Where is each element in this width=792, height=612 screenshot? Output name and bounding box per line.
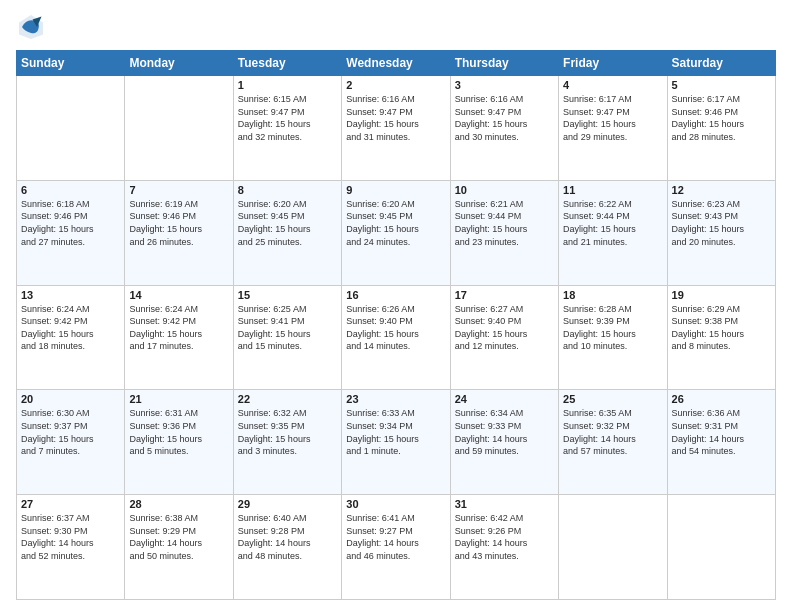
day-of-week-header: Wednesday — [342, 51, 450, 76]
calendar-cell: 20Sunrise: 6:30 AM Sunset: 9:37 PM Dayli… — [17, 390, 125, 495]
day-number: 25 — [563, 393, 662, 405]
day-number: 11 — [563, 184, 662, 196]
day-info: Sunrise: 6:16 AM Sunset: 9:47 PM Dayligh… — [346, 93, 445, 143]
day-info: Sunrise: 6:29 AM Sunset: 9:38 PM Dayligh… — [672, 303, 771, 353]
day-number: 30 — [346, 498, 445, 510]
day-info: Sunrise: 6:24 AM Sunset: 9:42 PM Dayligh… — [129, 303, 228, 353]
calendar-cell: 28Sunrise: 6:38 AM Sunset: 9:29 PM Dayli… — [125, 495, 233, 600]
calendar-cell: 12Sunrise: 6:23 AM Sunset: 9:43 PM Dayli… — [667, 180, 775, 285]
day-number: 3 — [455, 79, 554, 91]
day-number: 20 — [21, 393, 120, 405]
day-info: Sunrise: 6:25 AM Sunset: 9:41 PM Dayligh… — [238, 303, 337, 353]
day-number: 24 — [455, 393, 554, 405]
logo — [16, 12, 50, 42]
calendar-cell: 26Sunrise: 6:36 AM Sunset: 9:31 PM Dayli… — [667, 390, 775, 495]
calendar-cell: 10Sunrise: 6:21 AM Sunset: 9:44 PM Dayli… — [450, 180, 558, 285]
day-number: 29 — [238, 498, 337, 510]
day-info: Sunrise: 6:32 AM Sunset: 9:35 PM Dayligh… — [238, 407, 337, 457]
calendar-week-row: 20Sunrise: 6:30 AM Sunset: 9:37 PM Dayli… — [17, 390, 776, 495]
logo-icon — [16, 12, 46, 42]
header — [16, 12, 776, 42]
day-info: Sunrise: 6:26 AM Sunset: 9:40 PM Dayligh… — [346, 303, 445, 353]
calendar-header-row: SundayMondayTuesdayWednesdayThursdayFrid… — [17, 51, 776, 76]
page: SundayMondayTuesdayWednesdayThursdayFrid… — [0, 0, 792, 612]
calendar-cell: 2Sunrise: 6:16 AM Sunset: 9:47 PM Daylig… — [342, 76, 450, 181]
day-info: Sunrise: 6:23 AM Sunset: 9:43 PM Dayligh… — [672, 198, 771, 248]
day-number: 4 — [563, 79, 662, 91]
calendar-week-row: 1Sunrise: 6:15 AM Sunset: 9:47 PM Daylig… — [17, 76, 776, 181]
day-info: Sunrise: 6:40 AM Sunset: 9:28 PM Dayligh… — [238, 512, 337, 562]
day-info: Sunrise: 6:27 AM Sunset: 9:40 PM Dayligh… — [455, 303, 554, 353]
day-number: 18 — [563, 289, 662, 301]
day-number: 28 — [129, 498, 228, 510]
day-info: Sunrise: 6:17 AM Sunset: 9:46 PM Dayligh… — [672, 93, 771, 143]
day-info: Sunrise: 6:18 AM Sunset: 9:46 PM Dayligh… — [21, 198, 120, 248]
day-number: 1 — [238, 79, 337, 91]
day-number: 31 — [455, 498, 554, 510]
calendar-cell: 11Sunrise: 6:22 AM Sunset: 9:44 PM Dayli… — [559, 180, 667, 285]
calendar-cell: 3Sunrise: 6:16 AM Sunset: 9:47 PM Daylig… — [450, 76, 558, 181]
calendar-cell: 16Sunrise: 6:26 AM Sunset: 9:40 PM Dayli… — [342, 285, 450, 390]
day-number: 15 — [238, 289, 337, 301]
day-number: 16 — [346, 289, 445, 301]
day-info: Sunrise: 6:22 AM Sunset: 9:44 PM Dayligh… — [563, 198, 662, 248]
day-of-week-header: Friday — [559, 51, 667, 76]
day-number: 9 — [346, 184, 445, 196]
day-number: 12 — [672, 184, 771, 196]
day-number: 2 — [346, 79, 445, 91]
day-number: 22 — [238, 393, 337, 405]
calendar-cell: 1Sunrise: 6:15 AM Sunset: 9:47 PM Daylig… — [233, 76, 341, 181]
day-number: 19 — [672, 289, 771, 301]
day-info: Sunrise: 6:24 AM Sunset: 9:42 PM Dayligh… — [21, 303, 120, 353]
calendar-cell: 7Sunrise: 6:19 AM Sunset: 9:46 PM Daylig… — [125, 180, 233, 285]
calendar-week-row: 13Sunrise: 6:24 AM Sunset: 9:42 PM Dayli… — [17, 285, 776, 390]
day-of-week-header: Thursday — [450, 51, 558, 76]
day-info: Sunrise: 6:35 AM Sunset: 9:32 PM Dayligh… — [563, 407, 662, 457]
day-info: Sunrise: 6:28 AM Sunset: 9:39 PM Dayligh… — [563, 303, 662, 353]
day-info: Sunrise: 6:20 AM Sunset: 9:45 PM Dayligh… — [346, 198, 445, 248]
day-info: Sunrise: 6:15 AM Sunset: 9:47 PM Dayligh… — [238, 93, 337, 143]
calendar-cell — [667, 495, 775, 600]
day-info: Sunrise: 6:38 AM Sunset: 9:29 PM Dayligh… — [129, 512, 228, 562]
day-number: 26 — [672, 393, 771, 405]
calendar-cell: 14Sunrise: 6:24 AM Sunset: 9:42 PM Dayli… — [125, 285, 233, 390]
calendar-cell: 24Sunrise: 6:34 AM Sunset: 9:33 PM Dayli… — [450, 390, 558, 495]
calendar-cell: 25Sunrise: 6:35 AM Sunset: 9:32 PM Dayli… — [559, 390, 667, 495]
day-info: Sunrise: 6:19 AM Sunset: 9:46 PM Dayligh… — [129, 198, 228, 248]
calendar-cell: 15Sunrise: 6:25 AM Sunset: 9:41 PM Dayli… — [233, 285, 341, 390]
calendar-table: SundayMondayTuesdayWednesdayThursdayFrid… — [16, 50, 776, 600]
calendar-cell: 4Sunrise: 6:17 AM Sunset: 9:47 PM Daylig… — [559, 76, 667, 181]
day-info: Sunrise: 6:17 AM Sunset: 9:47 PM Dayligh… — [563, 93, 662, 143]
day-number: 7 — [129, 184, 228, 196]
day-number: 10 — [455, 184, 554, 196]
calendar-week-row: 27Sunrise: 6:37 AM Sunset: 9:30 PM Dayli… — [17, 495, 776, 600]
calendar-cell: 19Sunrise: 6:29 AM Sunset: 9:38 PM Dayli… — [667, 285, 775, 390]
day-info: Sunrise: 6:41 AM Sunset: 9:27 PM Dayligh… — [346, 512, 445, 562]
day-info: Sunrise: 6:31 AM Sunset: 9:36 PM Dayligh… — [129, 407, 228, 457]
calendar-cell — [559, 495, 667, 600]
day-number: 21 — [129, 393, 228, 405]
day-info: Sunrise: 6:20 AM Sunset: 9:45 PM Dayligh… — [238, 198, 337, 248]
calendar-cell: 27Sunrise: 6:37 AM Sunset: 9:30 PM Dayli… — [17, 495, 125, 600]
day-number: 23 — [346, 393, 445, 405]
calendar-cell: 23Sunrise: 6:33 AM Sunset: 9:34 PM Dayli… — [342, 390, 450, 495]
day-of-week-header: Monday — [125, 51, 233, 76]
day-number: 14 — [129, 289, 228, 301]
day-number: 8 — [238, 184, 337, 196]
day-number: 6 — [21, 184, 120, 196]
day-info: Sunrise: 6:30 AM Sunset: 9:37 PM Dayligh… — [21, 407, 120, 457]
calendar-cell: 31Sunrise: 6:42 AM Sunset: 9:26 PM Dayli… — [450, 495, 558, 600]
day-info: Sunrise: 6:21 AM Sunset: 9:44 PM Dayligh… — [455, 198, 554, 248]
calendar-cell: 21Sunrise: 6:31 AM Sunset: 9:36 PM Dayli… — [125, 390, 233, 495]
day-info: Sunrise: 6:36 AM Sunset: 9:31 PM Dayligh… — [672, 407, 771, 457]
day-of-week-header: Tuesday — [233, 51, 341, 76]
calendar-cell: 9Sunrise: 6:20 AM Sunset: 9:45 PM Daylig… — [342, 180, 450, 285]
day-of-week-header: Sunday — [17, 51, 125, 76]
calendar-cell — [17, 76, 125, 181]
calendar-cell: 6Sunrise: 6:18 AM Sunset: 9:46 PM Daylig… — [17, 180, 125, 285]
day-number: 13 — [21, 289, 120, 301]
calendar-cell — [125, 76, 233, 181]
day-info: Sunrise: 6:42 AM Sunset: 9:26 PM Dayligh… — [455, 512, 554, 562]
calendar-cell: 18Sunrise: 6:28 AM Sunset: 9:39 PM Dayli… — [559, 285, 667, 390]
day-number: 27 — [21, 498, 120, 510]
